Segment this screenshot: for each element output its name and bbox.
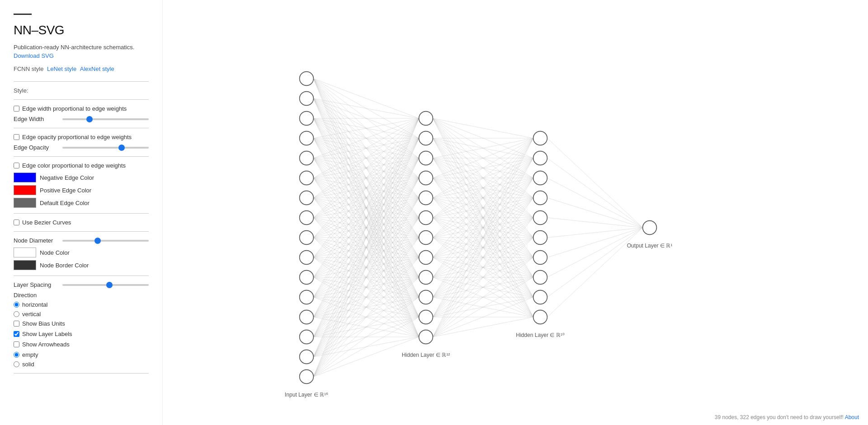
- direction-vertical-row: vertical: [14, 311, 149, 318]
- node-color-row: Node Color: [14, 248, 149, 257]
- divider-bottom: [14, 373, 149, 374]
- layer-spacing-slider[interactable]: [62, 284, 149, 286]
- fill-solid-radio[interactable]: [14, 361, 19, 367]
- nn-diagram: Input Layer ∈ ℝ¹⁶Hidden Layer ∈ ℝ¹²Hidde…: [172, 14, 859, 411]
- edge-opacity-slider[interactable]: [62, 147, 149, 149]
- main-canvas: Input Layer ∈ ℝ¹⁶Hidden Layer ∈ ℝ¹²Hidde…: [163, 0, 868, 425]
- app-title: NN–SVG: [14, 23, 149, 37]
- edge-opacity-proportional-row: Edge opacity proportional to edge weight…: [14, 134, 149, 140]
- alexnet-style-link[interactable]: AlexNet style: [80, 65, 114, 72]
- svg-point-328: [300, 191, 314, 205]
- svg-point-332: [300, 270, 314, 284]
- show-bias-units-row: Show Bias Units: [14, 320, 149, 327]
- layer-spacing-slider-row: Layer Spacing: [14, 281, 149, 288]
- edge-opacity-proportional-checkbox[interactable]: [14, 134, 19, 140]
- node-diameter-label: Node Diameter: [14, 237, 59, 244]
- direction-horizontal-label: horizontal: [22, 301, 47, 308]
- lenet-style-link[interactable]: LeNet style: [47, 65, 76, 72]
- use-bezier-label: Use Bezier Curves: [22, 219, 71, 226]
- show-arrowheads-checkbox[interactable]: [14, 341, 19, 347]
- edge-opacity-slider-row: Edge Opacity: [14, 144, 149, 151]
- svg-line-321: [547, 228, 642, 317]
- node-border-color-swatch[interactable]: [14, 260, 36, 270]
- direction-vertical-label: vertical: [22, 311, 41, 318]
- svg-text:Input Layer ∈ ℝ¹⁶: Input Layer ∈ ℝ¹⁶: [285, 392, 328, 398]
- svg-point-343: [419, 210, 433, 224]
- edge-color-proportional-label: Edge color proportional to edge weights: [22, 162, 126, 169]
- svg-point-323: [300, 91, 314, 105]
- svg-line-316: [547, 218, 642, 228]
- fill-empty-label: empty: [22, 351, 38, 358]
- direction-section-label: Direction: [14, 292, 149, 299]
- svg-line-305: [433, 198, 533, 337]
- negative-edge-color-swatch[interactable]: [14, 173, 36, 182]
- divider-3: [14, 128, 149, 128]
- edge-width-label: Edge Width: [14, 116, 59, 122]
- svg-point-330: [300, 230, 314, 244]
- node-diameter-slider[interactable]: [62, 240, 149, 242]
- svg-line-313: [547, 158, 642, 228]
- show-bias-units-checkbox[interactable]: [14, 321, 19, 327]
- edge-color-proportional-row: Edge color proportional to edge weights: [14, 162, 149, 169]
- style-section-label: Style:: [14, 87, 149, 94]
- direction-vertical-radio[interactable]: [14, 311, 19, 317]
- show-layer-labels-checkbox[interactable]: [14, 331, 19, 337]
- svg-point-360: [643, 220, 657, 234]
- download-svg-link[interactable]: Download SVG: [14, 52, 54, 59]
- svg-point-329: [300, 210, 314, 224]
- node-color-swatch[interactable]: [14, 248, 36, 257]
- default-edge-color-label: Default Edge Color: [40, 200, 90, 206]
- svg-point-352: [533, 171, 547, 185]
- svg-point-325: [300, 131, 314, 145]
- use-bezier-row: Use Bezier Curves: [14, 219, 149, 226]
- positive-edge-color-swatch[interactable]: [14, 185, 36, 195]
- show-bias-units-label: Show Bias Units: [22, 320, 65, 327]
- svg-point-350: [533, 131, 547, 145]
- default-edge-color-swatch[interactable]: [14, 198, 36, 208]
- sidebar: NN–SVG Publication-ready NN-architecture…: [0, 0, 163, 425]
- svg-text:Hidden Layer ∈ ℝ¹⁰: Hidden Layer ∈ ℝ¹⁰: [516, 332, 565, 338]
- divider-5: [14, 213, 149, 214]
- svg-line-317: [547, 228, 642, 238]
- divider-1: [14, 81, 149, 82]
- edge-opacity-proportional-label: Edge opacity proportional to edge weight…: [22, 134, 132, 140]
- svg-point-331: [300, 250, 314, 264]
- svg-line-314: [547, 178, 642, 228]
- style-links-row: FCNN style LeNet style AlexNet style: [14, 65, 149, 72]
- positive-edge-color-row: Positive Edge Color: [14, 185, 149, 195]
- svg-point-326: [300, 151, 314, 165]
- svg-line-320: [547, 228, 642, 297]
- style-prefix: FCNN style: [14, 65, 43, 72]
- use-bezier-checkbox[interactable]: [14, 220, 19, 225]
- direction-horizontal-radio[interactable]: [14, 302, 19, 308]
- about-link[interactable]: About: [845, 414, 859, 420]
- fill-empty-radio[interactable]: [14, 352, 19, 358]
- svg-point-348: [419, 310, 433, 324]
- edge-width-slider[interactable]: [62, 118, 149, 120]
- svg-point-340: [419, 151, 433, 165]
- node-border-color-label: Node Border Color: [40, 262, 89, 269]
- svg-point-337: [300, 369, 314, 383]
- svg-point-333: [300, 290, 314, 304]
- svg-line-0: [313, 79, 419, 118]
- svg-point-359: [533, 310, 547, 324]
- show-layer-labels-label: Show Layer Labels: [22, 331, 72, 337]
- divider-7: [14, 276, 149, 276]
- divider-6: [14, 231, 149, 232]
- svg-point-357: [533, 270, 547, 284]
- show-arrowheads-row: Show Arrowheads: [14, 341, 149, 348]
- svg-point-342: [419, 191, 433, 205]
- svg-point-351: [533, 151, 547, 165]
- svg-point-353: [533, 191, 547, 205]
- node-diameter-slider-row: Node Diameter: [14, 237, 149, 244]
- edge-color-proportional-checkbox[interactable]: [14, 163, 19, 168]
- svg-point-338: [419, 111, 433, 125]
- svg-point-358: [533, 290, 547, 304]
- svg-text:Output Layer ∈ ℝ¹: Output Layer ∈ ℝ¹: [627, 243, 673, 249]
- fill-solid-label: solid: [22, 361, 34, 368]
- layer-spacing-label: Layer Spacing: [14, 281, 59, 288]
- edge-width-proportional-checkbox[interactable]: [14, 106, 19, 112]
- app-description: Publication-ready NN-architecture schema…: [14, 44, 149, 51]
- svg-line-312: [547, 138, 642, 228]
- positive-edge-color-label: Positive Edge Color: [40, 187, 91, 194]
